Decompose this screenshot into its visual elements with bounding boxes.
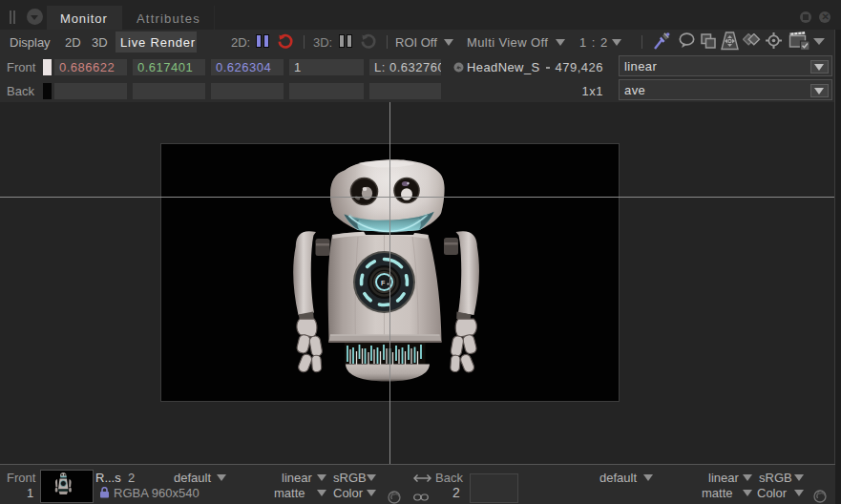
svg-text:F: F (381, 280, 386, 286)
